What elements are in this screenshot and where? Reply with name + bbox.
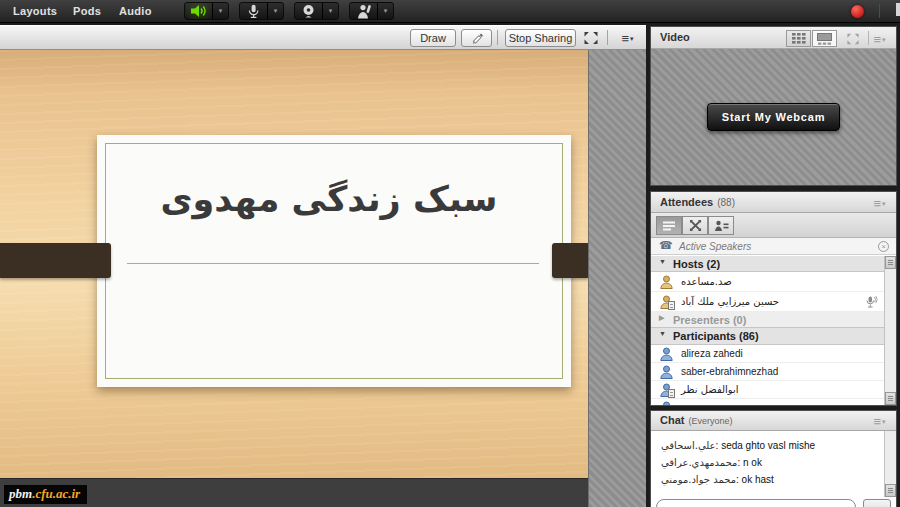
attendee-row-host[interactable]: صد.مساعده (651, 272, 884, 292)
recording-indicator-icon (851, 5, 864, 18)
scrollbar-thumb[interactable] (885, 484, 896, 497)
speaking-microphone-icon (863, 295, 878, 309)
attendees-pod: Attendees(88) ≡▾ (650, 191, 897, 406)
webcam-button-group: ▾ (294, 2, 339, 20)
raise-hand-icon[interactable] (350, 3, 378, 19)
slide-ribbon-left (0, 243, 111, 278)
pod-menu-icon: ≡▾ (873, 32, 886, 47)
shared-presentation-area: سبک زندگی مهدوی (0, 50, 588, 478)
microphone-dropdown[interactable]: ▾ (268, 3, 283, 19)
pod-menu-icon: ≡▾ (873, 414, 886, 429)
pod-menu-icon: ≡▾ (621, 31, 634, 46)
video-pod-body: Start My Webcam (651, 49, 896, 185)
chevron-down-icon: ▼ (659, 330, 666, 337)
microphone-icon[interactable] (240, 3, 268, 19)
active-speakers-row: ☎ Active Speakers × (651, 238, 896, 255)
sharing-badge-icon (668, 301, 675, 310)
chat-pod: Chat(Everyone) ≡▾ علي.اسحاقي: seda ghto … (650, 410, 897, 507)
filmstrip-view-icon (817, 33, 832, 45)
share-pod-menu-button[interactable]: ≡▾ (615, 29, 641, 47)
attendees-view-toolbar (651, 213, 896, 238)
attendee-status-view-button[interactable] (708, 216, 734, 235)
speaker-icon[interactable] (185, 3, 213, 19)
participants-section-header[interactable]: ▼ Participants (86) (651, 328, 884, 345)
slide-ribbon-right (552, 243, 588, 278)
chat-pod-header: Chat(Everyone) ≡▾ (651, 411, 896, 431)
attendees-pod-title: Attendees(88) (660, 196, 735, 208)
video-pod: Video (650, 26, 897, 186)
chat-scrollbar[interactable] (884, 431, 896, 497)
hosts-section-header[interactable]: ▼ Hosts (2) (651, 256, 884, 272)
topbar-separator (879, 4, 880, 18)
attendees-list: ▼ Hosts (2) صد.مساعده (651, 256, 884, 405)
attendees-pod-menu-button[interactable]: ≡▾ (868, 194, 892, 212)
scrollbar-thumb[interactable] (885, 392, 896, 405)
grid-view-icon (792, 33, 806, 44)
scrollbar-thumb[interactable] (885, 256, 896, 269)
menu-audio[interactable]: Audio (119, 0, 152, 23)
pencil-icon (470, 31, 484, 45)
video-filmstrip-view-button[interactable] (812, 30, 837, 47)
menu-pods[interactable]: Pods (73, 0, 101, 23)
phone-icon: ☎ (659, 239, 673, 252)
attendees-scrollbar[interactable] (884, 256, 896, 405)
chat-pod-title: Chat(Everyone) (660, 414, 732, 426)
speaker-dropdown[interactable]: ▾ (213, 3, 228, 19)
share-stage-bottom (0, 478, 588, 507)
raise-hand-dropdown[interactable]: ▾ (378, 3, 393, 19)
presenters-section-header[interactable]: ▶ Presenters (0) (651, 312, 884, 328)
sharing-badge-icon (668, 389, 675, 398)
start-webcam-button[interactable]: Start My Webcam (707, 103, 841, 131)
attendee-list-view-button[interactable] (656, 216, 682, 235)
participant-icon (659, 347, 674, 361)
slide-card: سبک زندگی مهدوی (97, 135, 571, 387)
app-root: Layouts Pods Audio ▾ ▾ (0, 0, 900, 507)
top-right-sliver (896, 3, 900, 16)
attendees-pod-header: Attendees(88) ≡▾ (651, 192, 896, 213)
share-stage-filler (588, 50, 646, 507)
person-list-icon (714, 220, 729, 232)
webcam-icon[interactable] (295, 3, 323, 19)
video-fullscreen-button[interactable] (843, 30, 863, 48)
fullscreen-button[interactable] (580, 29, 602, 47)
microphone-button-group: ▾ (239, 2, 284, 20)
chat-send-button[interactable] (863, 499, 891, 507)
pod-menu-icon: ≡▾ (873, 196, 886, 211)
video-pod-menu-button[interactable]: ≡▾ (868, 30, 892, 48)
attendee-row-participant[interactable]: saber-ebrahimnezhad (651, 363, 884, 381)
attendees-count: (88) (717, 197, 735, 208)
menu-layouts[interactable]: Layouts (13, 0, 57, 23)
chat-messages: علي.اسحاقي: seda ghto vasl mishe محمدمهد… (651, 431, 884, 507)
toolbar-separator (497, 30, 498, 45)
chat-message: محمد جواد.مومني: ok hast (661, 474, 884, 491)
attendee-row-participant[interactable] (651, 399, 884, 405)
chat-pod-menu-button[interactable]: ≡▾ (868, 412, 892, 430)
video-grid-view-button[interactable] (786, 30, 811, 47)
toolbar-separator (607, 30, 608, 45)
chat-input[interactable] (656, 499, 856, 507)
slide-title-rule (127, 263, 539, 264)
video-pod-title: Video (660, 31, 690, 43)
video-pod-header: Video (651, 27, 896, 49)
attendee-row-participant[interactable]: ابوالفضل نظر (651, 381, 884, 399)
pointer-tool-button[interactable] (461, 29, 492, 47)
active-speakers-label: Active Speakers (679, 241, 751, 252)
slide-title: سبک زندگی مهدوی (97, 179, 561, 219)
close-icon[interactable]: × (878, 241, 889, 252)
draw-button[interactable]: Draw (410, 29, 456, 47)
fullscreen-icon (846, 33, 860, 45)
attendee-row-host[interactable]: حسين ميرزايي ملك آباد (651, 292, 884, 312)
webcam-dropdown[interactable]: ▾ (323, 3, 338, 19)
chat-message: علي.اسحاقي: seda ghto vasl mishe (661, 440, 884, 457)
top-menu-bar: Layouts Pods Audio ▾ ▾ (0, 0, 900, 23)
host-icon (659, 275, 674, 289)
chevron-right-icon: ▶ (659, 314, 664, 322)
chat-message: محمدمهدي.عراقي: n ok (661, 457, 884, 474)
chevron-down-icon: ▼ (659, 258, 666, 265)
fullscreen-icon (583, 31, 599, 45)
stop-sharing-button[interactable]: Stop Sharing (505, 29, 576, 47)
breakout-view-button[interactable] (682, 216, 708, 235)
watermark: pbm.cfu.ac.ir (4, 485, 87, 504)
list-view-icon (662, 220, 676, 232)
attendee-row-participant[interactable]: alireza zahedi (651, 345, 884, 363)
